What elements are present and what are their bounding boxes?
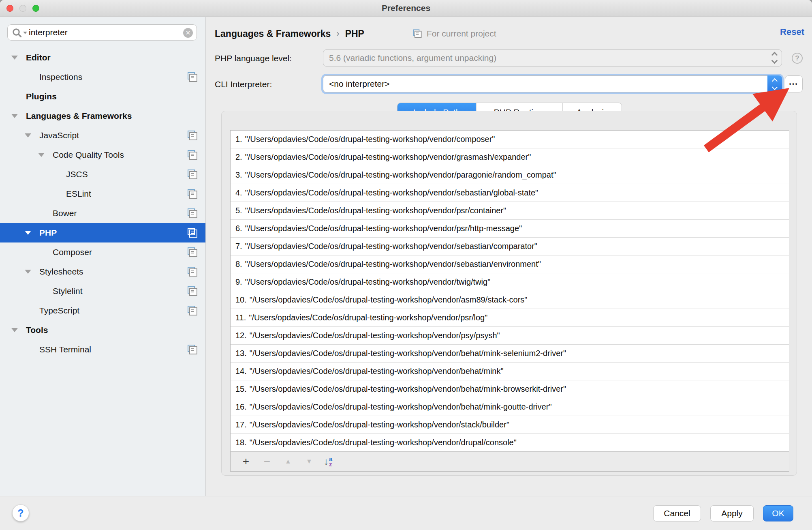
include-path-panel: 1."/Users/opdavies/Code/os/drupal-testin… xyxy=(221,111,797,476)
include-path-row[interactable]: 18."/Users/opdavies/Code/os/drupal-testi… xyxy=(231,434,789,452)
shared-settings-icon xyxy=(187,130,198,141)
language-level-select[interactable]: 5.6 (variadic functions, argument unpack… xyxy=(323,49,782,67)
sidebar-item-plugins[interactable]: Plugins xyxy=(0,87,205,106)
sidebar-item-label: Composer xyxy=(53,247,92,257)
sidebar-item-javascript[interactable]: JavaScript xyxy=(0,126,205,145)
title-bar: Preferences xyxy=(0,0,812,17)
language-level-help-icon[interactable]: ? xyxy=(792,53,803,64)
row-number: 8. xyxy=(235,260,242,268)
sidebar-item-typescript[interactable]: TypeScript xyxy=(0,301,205,320)
stepper-chevrons-icon[interactable] xyxy=(767,75,782,92)
sidebar-item-code-quality-tools[interactable]: Code Quality Tools xyxy=(0,145,205,165)
search-options-chevron-icon[interactable] xyxy=(23,32,27,34)
language-level-label: PHP language level: xyxy=(215,54,292,63)
include-path-row[interactable]: 14."/Users/opdavies/Code/os/drupal-testi… xyxy=(231,363,789,380)
include-path-row[interactable]: 9."/Users/opdavies/Code/os/drupal-testin… xyxy=(231,273,789,291)
reset-link[interactable]: Reset xyxy=(780,27,804,37)
move-down-button[interactable]: ▼ xyxy=(299,458,320,465)
include-path-row[interactable]: 12."/Users/opdavies/Code/os/drupal-testi… xyxy=(231,327,789,345)
help-button[interactable]: ? xyxy=(12,504,29,521)
disclosure-triangle-icon[interactable] xyxy=(38,153,45,157)
sidebar-item-label: Plugins xyxy=(26,92,57,101)
sidebar-item-composer[interactable]: Composer xyxy=(0,242,205,262)
shared-settings-icon xyxy=(187,169,198,180)
include-path-value: "/Users/opdavies/Code/os/drupal-testing-… xyxy=(245,206,506,215)
sidebar-item-jscs[interactable]: JSCS xyxy=(0,165,205,184)
row-number: 18. xyxy=(235,438,247,447)
row-number: 3. xyxy=(235,170,242,179)
row-number: 17. xyxy=(235,420,247,429)
row-number: 15. xyxy=(235,384,247,393)
include-path-row[interactable]: 2."/Users/opdavies/Code/os/drupal-testin… xyxy=(231,148,789,166)
include-path-row[interactable]: 13."/Users/opdavies/Code/os/drupal-testi… xyxy=(231,345,789,363)
include-path-row[interactable]: 15."/Users/opdavies/Code/os/drupal-testi… xyxy=(231,380,789,398)
cli-interpreter-select[interactable]: <no interpreter> xyxy=(323,75,782,92)
disclosure-triangle-icon[interactable] xyxy=(25,231,31,235)
breadcrumb-parent: Languages & Frameworks xyxy=(215,28,331,39)
sidebar-item-tools[interactable]: Tools xyxy=(0,320,205,340)
shared-settings-icon xyxy=(187,286,198,296)
include-path-row[interactable]: 11."/Users/opdavies/Code/os/drupal-testi… xyxy=(231,309,789,327)
move-up-button[interactable]: ▲ xyxy=(278,458,299,465)
stepper-chevrons-icon[interactable] xyxy=(772,53,777,63)
cancel-button[interactable]: Cancel xyxy=(653,505,701,521)
scope-indicator: For current project xyxy=(412,26,496,42)
sidebar-item-label: PHP xyxy=(39,228,57,237)
include-path-value: "/Users/opdavies/Code/os/drupal-testing-… xyxy=(250,367,504,376)
sidebar-item-inspections[interactable]: Inspections xyxy=(0,67,205,87)
disclosure-triangle-icon[interactable] xyxy=(25,270,31,274)
include-path-row[interactable]: 16."/Users/opdavies/Code/os/drupal-testi… xyxy=(231,398,789,416)
sidebar-item-languages-frameworks[interactable]: Languages & Frameworks xyxy=(0,106,205,126)
include-path-value: "/Users/opdavies/Code/os/drupal-testing-… xyxy=(250,295,528,304)
disclosure-triangle-icon[interactable] xyxy=(11,114,18,118)
scope-label: For current project xyxy=(427,29,496,39)
shared-settings-icon xyxy=(187,208,198,219)
disclosure-triangle-icon[interactable] xyxy=(25,133,31,137)
sidebar-item-label: SSH Terminal xyxy=(39,345,91,354)
sidebar-item-php[interactable]: PHP xyxy=(0,223,205,242)
shared-settings-icon xyxy=(413,29,422,39)
ok-button[interactable]: OK xyxy=(763,505,793,521)
include-path-row[interactable]: 6."/Users/opdavies/Code/os/drupal-testin… xyxy=(231,220,789,238)
include-path-row[interactable]: 7."/Users/opdavies/Code/os/drupal-testin… xyxy=(231,238,789,255)
include-path-row[interactable]: 8."/Users/opdavies/Code/os/drupal-testin… xyxy=(231,255,789,273)
preferences-window: Preferences ✕ EditorInspectionsPluginsLa… xyxy=(0,0,812,530)
shared-settings-icon xyxy=(187,189,198,199)
disclosure-triangle-icon[interactable] xyxy=(11,328,18,332)
row-number: 5. xyxy=(235,206,242,215)
apply-button[interactable]: Apply xyxy=(710,505,754,521)
sidebar-item-stylesheets[interactable]: Stylesheets xyxy=(0,262,205,281)
sidebar-item-eslint[interactable]: ESLint xyxy=(0,184,205,204)
row-number: 9. xyxy=(235,277,242,286)
remove-path-button[interactable]: − xyxy=(256,455,278,468)
row-number: 12. xyxy=(235,331,247,340)
disclosure-triangle-icon[interactable] xyxy=(11,56,18,60)
include-path-row[interactable]: 10."/Users/opdavies/Code/os/drupal-testi… xyxy=(231,291,789,309)
clear-search-icon[interactable]: ✕ xyxy=(183,28,193,38)
sidebar-item-bower[interactable]: Bower xyxy=(0,204,205,223)
sidebar-item-label: Editor xyxy=(26,53,51,62)
search-input[interactable] xyxy=(29,26,175,39)
include-path-row[interactable]: 4."/Users/opdavies/Code/os/drupal-testin… xyxy=(231,184,789,202)
browse-interpreters-button[interactable]: ••• xyxy=(785,75,803,92)
include-path-value: "/Users/opdavies/Code/os/drupal-testing-… xyxy=(245,242,537,251)
include-path-row[interactable]: 5."/Users/opdavies/Code/os/drupal-testin… xyxy=(231,202,789,220)
window-title: Preferences xyxy=(0,0,812,17)
add-path-button[interactable]: + xyxy=(235,455,256,468)
sidebar-item-label: JSCS xyxy=(66,170,88,179)
include-path-value: "/Users/opdavies/Code/os/drupal-testing-… xyxy=(250,349,566,358)
sidebar-item-label: Code Quality Tools xyxy=(53,150,124,159)
settings-sidebar: ✕ EditorInspectionsPluginsLanguages & Fr… xyxy=(0,17,206,496)
sort-alphabetically-button[interactable]: ↓ a z xyxy=(324,456,332,467)
cli-interpreter-label: CLI Interpreter: xyxy=(215,79,272,89)
include-path-row[interactable]: 3."/Users/opdavies/Code/os/drupal-testin… xyxy=(231,166,789,184)
include-path-row[interactable]: 17."/Users/opdavies/Code/os/drupal-testi… xyxy=(231,416,789,434)
sidebar-item-editor[interactable]: Editor xyxy=(0,48,205,67)
sidebar-item-ssh-terminal[interactable]: SSH Terminal xyxy=(0,340,205,359)
sidebar-item-stylelint[interactable]: Stylelint xyxy=(0,281,205,301)
sidebar-item-label: ESLint xyxy=(66,189,91,198)
include-path-row[interactable]: 1."/Users/opdavies/Code/os/drupal-testin… xyxy=(231,131,789,148)
search-field[interactable]: ✕ xyxy=(7,24,197,41)
sidebar-item-label: Stylesheets xyxy=(39,267,83,276)
include-path-value: "/Users/opdavies/Code/os/drupal-testing-… xyxy=(245,277,491,286)
